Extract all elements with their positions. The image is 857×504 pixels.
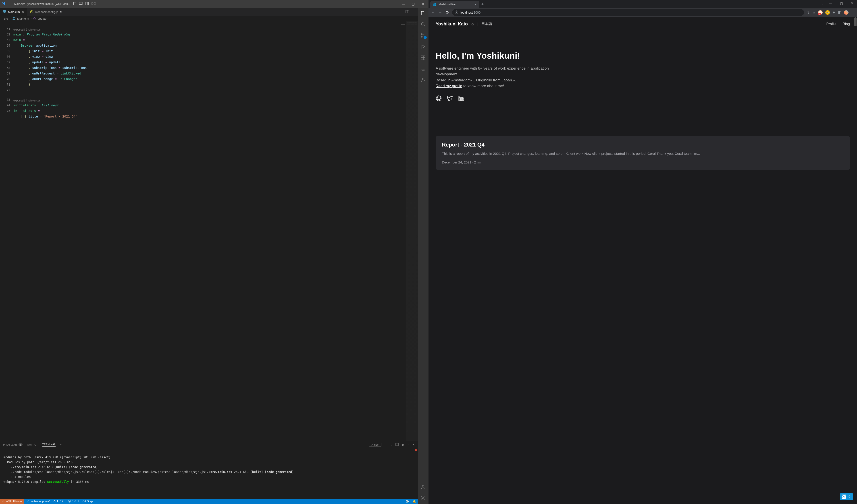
tab-webpack-config[interactable]: webpack.config.js M (27, 8, 65, 16)
nav-back-button[interactable]: ← (431, 10, 435, 15)
panel-tabs: PROBLEMS 1 OUTPUT TERMINAL ⋯ ▷ npm ＋ ⌄ 🗑… (0, 441, 418, 449)
sync-icon: ⟳ (54, 500, 56, 503)
editor-tabs: Main.elm ✕ webpack.config.js M ⋯ (0, 8, 418, 16)
more-actions-icon[interactable]: ⋯ (412, 10, 415, 14)
profile-avatar-icon[interactable] (844, 10, 848, 15)
window-minimize-button[interactable]: ― (826, 2, 836, 5)
elm-file-icon (3, 10, 6, 14)
chrome-menu-icon[interactable]: ⋮ (851, 10, 855, 15)
customize-layout-icon[interactable]: ▢▢ (91, 2, 96, 6)
terminal-output[interactable]: modules by path ./src/ 419 KiB (javascri… (0, 449, 418, 499)
code-editor[interactable]: 61 62 63 64 65 66 67 68 69 70 71 72 73 7… (0, 21, 418, 441)
code-content[interactable]: exposed | 2 referencesmain : Program Fla… (13, 21, 406, 441)
window-minimize-button[interactable]: ― (400, 2, 407, 6)
trash-icon[interactable]: 🗑 (402, 444, 404, 446)
split-editor-icon[interactable] (405, 10, 409, 14)
git-branch-icon: ⎇ (26, 500, 29, 503)
status-problems[interactable]: ⓧ0 ⚠1 (66, 500, 81, 503)
twitter-icon[interactable] (447, 95, 453, 102)
extensions-puzzle-icon[interactable]: ✱ (833, 10, 835, 15)
extension-2-icon[interactable]: 👓 (825, 10, 830, 15)
codelens[interactable]: exposed | 4 references (13, 99, 406, 103)
tab-close-icon[interactable]: ✕ (22, 10, 24, 14)
url-host: localhost (460, 11, 473, 14)
address-bar[interactable]: ⓘ localhost:3000 (452, 9, 804, 16)
layout-panel-icon[interactable] (79, 2, 83, 6)
status-branch[interactable]: ⎇contents-update* (24, 500, 52, 503)
breadcrumb[interactable]: src › Main.elm › ⬡ update (0, 16, 418, 21)
tab-main-elm[interactable]: Main.elm ✕ (0, 8, 27, 16)
breadcrumb-file: Main.elm (17, 17, 29, 20)
nav-forward-button[interactable]: → (438, 10, 442, 15)
hamburger-menu-icon[interactable] (8, 3, 12, 5)
globe-favicon-icon: 🌐 (433, 3, 437, 6)
minimap[interactable]: main:ProgramFlagsModelMsg main= Browser.… (406, 21, 418, 441)
extension-1-icon[interactable] (818, 10, 823, 15)
panel-tab-output[interactable]: OUTPUT (27, 444, 38, 446)
js-file-icon (30, 10, 33, 14)
language-switch[interactable]: 日本語 (482, 22, 492, 26)
collapse-marker-icon[interactable]: — (401, 22, 405, 27)
window-close-button[interactable]: ✕ (847, 2, 857, 5)
panel-tab-terminal[interactable]: TERMINAL (43, 443, 56, 447)
warning-icon: ⚠ (74, 500, 77, 503)
breadcrumb-symbol: update (37, 17, 46, 20)
status-remote-wsl[interactable]: ⇄WSL: Ubuntu (0, 499, 24, 504)
codelens[interactable]: exposed | 2 references (13, 28, 406, 32)
run-debug-icon[interactable] (420, 44, 426, 50)
settings-gear-icon[interactable] (420, 495, 426, 501)
panel-tab-problems[interactable]: PROBLEMS 1 (3, 444, 22, 446)
page-scrollbar[interactable] (854, 17, 857, 26)
chrome-titlebar: 🌐 Yoshikuni Kato ✕ ＋ ⌄ ― ▢ ✕ (428, 0, 857, 8)
source-control-icon[interactable]: 1 (420, 32, 426, 39)
status-gitgraph[interactable]: Git Graph (81, 500, 96, 503)
layout-sidebar-right-icon[interactable] (85, 2, 89, 6)
status-sync[interactable]: ⟳1↓ 12↑ (52, 500, 66, 503)
window-close-button[interactable]: ✕ (419, 2, 427, 6)
elm-debugger-badge[interactable]: 0 (840, 493, 853, 500)
terminal-scrollbar[interactable] (415, 449, 417, 451)
terminal-dropdown-icon[interactable]: ⌄ (390, 444, 392, 446)
new-tab-button[interactable]: ＋ (480, 1, 486, 7)
tab-label: webpack.config.js (35, 10, 58, 14)
side-panel-icon[interactable]: ◧ (838, 10, 841, 15)
site-brand[interactable]: Yoshikuni Kato (436, 21, 468, 27)
window-maximize-button[interactable]: ▢ (837, 2, 846, 5)
tab-search-icon[interactable]: ⌄ (821, 2, 824, 6)
site-info-icon[interactable]: ⓘ (455, 10, 458, 15)
account-icon[interactable] (420, 484, 426, 490)
status-bell-icon[interactable]: 🔔 (411, 500, 418, 503)
tab-close-icon[interactable]: ✕ (474, 3, 477, 6)
github-icon[interactable] (436, 95, 442, 102)
svg-rect-19 (421, 58, 423, 60)
theme-toggle-icon[interactable]: ☼ (471, 22, 474, 26)
layout-sidebar-left-icon[interactable] (72, 2, 77, 6)
testing-icon[interactable] (420, 77, 426, 83)
panel-close-icon[interactable]: ✕ (413, 444, 415, 446)
search-icon[interactable] (420, 21, 426, 28)
read-profile-link[interactable]: Read my profile (436, 84, 462, 88)
browser-tab[interactable]: 🌐 Yoshikuni Kato ✕ (430, 1, 480, 8)
chevron-right-icon: › (31, 17, 32, 20)
chevron-up-icon[interactable]: ⌃ (407, 444, 409, 446)
nav-blog-link[interactable]: Blog (843, 22, 850, 26)
share-icon[interactable]: ⇧ (807, 10, 810, 15)
svg-rect-17 (421, 56, 423, 57)
linkedin-icon[interactable] (458, 95, 464, 102)
bookmark-star-icon[interactable]: ☆ (812, 10, 816, 15)
new-terminal-icon[interactable]: ＋ (385, 443, 387, 447)
status-feedback-icon[interactable]: 📡 (404, 500, 411, 503)
nav-profile-link[interactable]: Profile (826, 22, 837, 26)
explorer-icon[interactable] (420, 10, 426, 16)
more-icon[interactable]: ⋯ (60, 444, 63, 446)
window-maximize-button[interactable]: ▢ (409, 2, 417, 6)
post-card[interactable]: Report - 2021 Q4 This is a report of my … (436, 136, 850, 170)
terminal-task-chip[interactable]: ▷ npm (369, 443, 381, 447)
remote-explorer-icon[interactable] (420, 66, 426, 72)
extensions-icon[interactable] (420, 55, 426, 61)
svg-point-15 (421, 36, 422, 37)
nav-reload-button[interactable]: ⟳ (445, 10, 450, 15)
svg-rect-3 (79, 4, 82, 5)
svg-point-23 (424, 69, 425, 70)
split-terminal-icon[interactable] (396, 443, 399, 447)
